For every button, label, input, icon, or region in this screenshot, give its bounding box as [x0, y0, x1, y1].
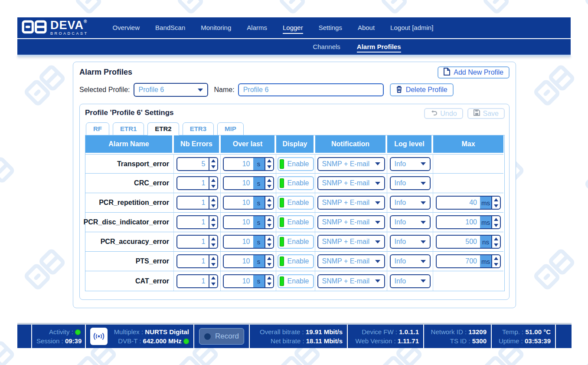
nav-item-bandscan[interactable]: BandScan — [155, 22, 185, 34]
display-enable-button[interactable]: Enable — [278, 176, 314, 190]
record-button[interactable]: Record — [199, 328, 244, 345]
subnav-item-channels[interactable]: Channels — [313, 42, 340, 53]
undo-button[interactable]: Undo — [424, 108, 463, 119]
save-icon — [474, 109, 480, 118]
over-last-cell: 10 s — [221, 174, 276, 193]
add-new-profile-button[interactable]: Add New Profile — [438, 66, 510, 79]
notification-cell: SNMP + E-mail — [315, 193, 387, 213]
nb-errors-spinner[interactable]: 5 — [176, 157, 218, 171]
nav-item-overview[interactable]: Overview — [113, 22, 140, 34]
tab-mip[interactable]: MIP — [217, 122, 244, 135]
network-id-label: Network ID : — [431, 328, 467, 335]
nav-item-logout[interactable]: Logout [admin] — [390, 22, 433, 34]
over-last-spinner[interactable]: 10 s — [223, 254, 274, 268]
spinner-arrows[interactable] — [209, 255, 217, 267]
over-last-spinner[interactable]: 10 s — [223, 235, 274, 249]
log-level-select[interactable]: Info — [390, 215, 431, 229]
enabled-indicator — [280, 217, 284, 227]
spinner-arrows[interactable] — [209, 216, 217, 228]
spinner-arrows[interactable] — [209, 177, 217, 189]
status-record: Record — [194, 325, 249, 348]
max-spinner[interactable]: 500 ns — [436, 235, 501, 249]
chevron-down-icon — [375, 162, 380, 165]
spinner-arrows[interactable] — [491, 216, 500, 228]
tab-rf[interactable]: RF — [86, 122, 109, 135]
profile-name-input[interactable] — [238, 83, 384, 96]
log-level-select[interactable]: Info — [390, 274, 431, 288]
display-enable-button[interactable]: Enable — [278, 196, 314, 210]
over-last-spinner[interactable]: 10 s — [223, 215, 274, 229]
nb-errors-spinner[interactable]: 1 — [176, 176, 218, 190]
nav-item-settings[interactable]: Settings — [319, 22, 342, 34]
notification-select[interactable]: SNMP + E-mail — [317, 176, 385, 190]
chevron-down-icon — [375, 182, 380, 185]
over-last-spinner[interactable]: 10 s — [223, 176, 274, 190]
max-spinner[interactable]: 700 ms — [436, 254, 501, 268]
spinner-arrows[interactable] — [265, 236, 273, 248]
spinner-arrows[interactable] — [265, 255, 273, 267]
nb-errors-spinner[interactable]: 1 — [176, 215, 218, 229]
over-last-spinner[interactable]: 10 s — [223, 274, 274, 288]
notification-select[interactable]: SNMP + E-mail — [317, 274, 385, 288]
overall-bitrate-label: Overall bitrate : — [260, 328, 304, 335]
spinner-arrows[interactable] — [265, 197, 273, 209]
max-cell — [433, 174, 503, 193]
spinner-arrows[interactable] — [209, 275, 217, 287]
subnav-item-alarm-profiles[interactable]: Alarm Profiles — [357, 42, 401, 53]
spinner-arrows[interactable] — [265, 275, 273, 287]
nb-errors-cell: 1 — [174, 213, 221, 232]
log-level-select[interactable]: Info — [390, 157, 431, 171]
display-enable-button[interactable]: Enable — [278, 215, 314, 229]
nb-errors-spinner[interactable]: 1 — [176, 196, 218, 210]
alarm-name: PCR_repetition_error — [85, 193, 174, 213]
delete-profile-button[interactable]: Delete Profile — [390, 83, 454, 96]
notification-select[interactable]: SNMP + E-mail — [317, 235, 385, 249]
over-last-spinner[interactable]: 10 s — [223, 157, 274, 171]
db-watermark-icon — [22, 63, 69, 109]
log-level-select[interactable]: Info — [390, 176, 431, 190]
spinner-arrows[interactable] — [209, 197, 217, 209]
alarm-table: Alarm Name Nb Errors Over last Display N… — [85, 135, 505, 291]
log-level-select[interactable]: Info — [390, 254, 431, 268]
log-level-select[interactable]: Info — [390, 196, 431, 210]
tab-etr3[interactable]: ETR3 — [183, 122, 214, 135]
enabled-indicator — [280, 256, 284, 266]
unit-label: s — [253, 197, 265, 209]
nb-errors-spinner[interactable]: 1 — [176, 274, 218, 288]
nav-item-alarms[interactable]: Alarms — [247, 22, 267, 34]
spinner-arrows[interactable] — [265, 158, 273, 170]
display-enable-button[interactable]: Enable — [278, 235, 314, 249]
notification-select[interactable]: SNMP + E-mail — [317, 215, 385, 229]
notification-select[interactable]: SNMP + E-mail — [317, 196, 385, 210]
spinner-arrows[interactable] — [265, 177, 273, 189]
spinner-arrows[interactable] — [209, 158, 217, 170]
log-level-cell: Info — [387, 232, 433, 252]
spinner-arrows[interactable] — [265, 216, 273, 228]
nav-item-logger[interactable]: Logger — [283, 22, 303, 34]
spinner-arrows[interactable] — [209, 236, 217, 248]
nb-errors-spinner[interactable]: 1 — [176, 235, 218, 249]
save-button[interactable]: Save — [467, 108, 505, 119]
nav-item-monitoring[interactable]: Monitoring — [201, 22, 231, 34]
notification-select[interactable]: SNMP + E-mail — [317, 254, 385, 268]
tab-etr2[interactable]: ETR2 — [147, 122, 179, 135]
log-level-select[interactable]: Info — [390, 235, 431, 249]
max-spinner[interactable]: 100 ms — [436, 215, 501, 229]
nav-item-about[interactable]: About — [358, 22, 375, 34]
display-enable-button[interactable]: Enable — [278, 157, 314, 171]
unit-label: s — [253, 158, 265, 170]
spinner-arrows[interactable] — [491, 236, 500, 248]
chevron-down-icon — [421, 162, 426, 165]
over-last-spinner[interactable]: 10 s — [223, 196, 274, 210]
spinner-arrows[interactable] — [491, 255, 500, 267]
selected-profile-select[interactable]: Profile 6 — [134, 83, 208, 97]
notification-cell: SNMP + E-mail — [315, 174, 387, 193]
display-enable-button[interactable]: Enable — [278, 254, 314, 268]
spinner-arrows[interactable] — [491, 197, 500, 209]
db-logo-icon — [22, 20, 47, 36]
tab-etr1[interactable]: ETR1 — [113, 122, 144, 135]
max-spinner[interactable]: 40 ms — [436, 196, 501, 210]
display-enable-button[interactable]: Enable — [278, 274, 314, 288]
notification-select[interactable]: SNMP + E-mail — [317, 157, 385, 171]
nb-errors-spinner[interactable]: 1 — [176, 254, 218, 268]
